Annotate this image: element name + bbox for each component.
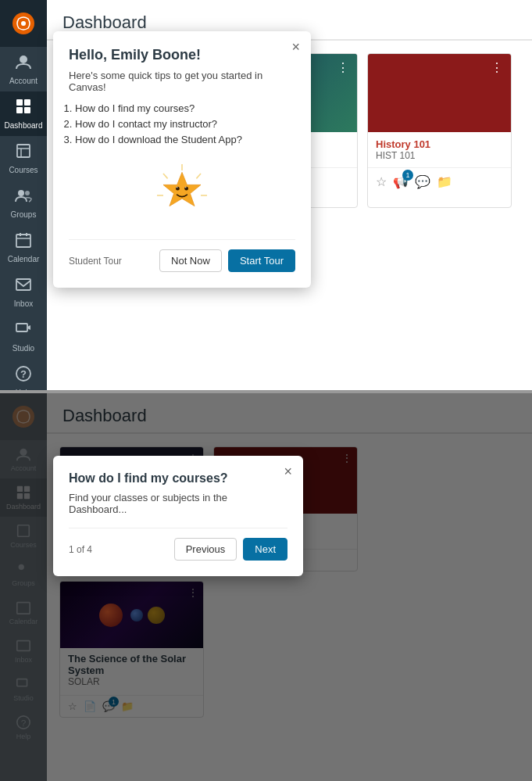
svg-point-29 (185, 187, 187, 188)
svg-rect-12 (16, 235, 30, 247)
sidebar-item-groups-label: Groups (11, 210, 37, 219)
bottom-section: Account Dashboard Courses Groups Calenda… (0, 393, 532, 781)
hist-badge: 1 (402, 170, 413, 181)
course-card-hist[interactable]: ⋮ History 101 HIST 101 ☆ 📢1 💬 📁 (367, 53, 512, 208)
svg-point-11 (25, 191, 30, 195)
course-card-bio-menu[interactable]: ⋮ (337, 60, 351, 75)
modal-welcome-subtitle: Here's some quick tips to get you starte… (69, 70, 295, 93)
sidebar-item-inbox-label: Inbox (14, 299, 33, 308)
logo (0, 0, 47, 47)
top-section: Account Dashboard Courses Groups Calenda… (0, 0, 532, 390)
sidebar-item-studio-label: Studio (12, 344, 34, 353)
previous-button[interactable]: Previous (174, 538, 237, 561)
svg-rect-16 (16, 279, 30, 290)
sidebar-item-calendar-label: Calendar (8, 255, 40, 263)
course-card-hist-subtitle: HIST 101 (376, 150, 503, 161)
inbox-icon (15, 276, 32, 297)
studio-icon (15, 321, 32, 342)
modal-question-1: How do I find my courses? (75, 102, 295, 114)
sidebar-item-account[interactable]: Account (0, 47, 47, 91)
sidebar-item-help[interactable]: ? Help (0, 359, 47, 390)
modal-close-button[interactable]: × (291, 39, 300, 56)
modal-welcome-title: Hello, Emily Boone! (69, 47, 295, 63)
svg-point-1 (21, 21, 26, 26)
not-now-button[interactable]: Not Now (159, 249, 222, 272)
dim-overlay (0, 393, 532, 781)
modal-question-3: How do I download the Student App? (75, 134, 295, 145)
course-card-hist-title[interactable]: History 101 (376, 138, 503, 150)
modal-tour-title: How do I find my courses? (69, 471, 287, 485)
modal-tour-footer: 1 of 4 Previous Next (69, 528, 287, 561)
modal-welcome-list: How do I find my courses? How do I conta… (69, 102, 295, 145)
svg-rect-4 (24, 99, 30, 106)
sidebar-item-courses-label: Courses (9, 166, 37, 174)
help-icon: ? (15, 365, 32, 386)
start-tour-button[interactable]: Start Tour (228, 249, 295, 272)
tour-actions: Previous Next (174, 538, 287, 561)
sidebar-item-courses[interactable]: Courses (0, 136, 47, 181)
svg-point-2 (20, 56, 27, 63)
course-card-hist-menu[interactable]: ⋮ (491, 60, 505, 75)
star-icon-hist[interactable]: ☆ (376, 174, 387, 189)
sidebar-item-inbox[interactable]: Inbox (0, 270, 47, 314)
sidebar-item-calendar[interactable]: Calendar (0, 225, 47, 270)
dashboard-icon (15, 98, 32, 119)
star-mascot (69, 153, 295, 231)
sidebar-item-groups[interactable]: Groups (0, 181, 47, 225)
modal-question-2: How do I contact my instructor? (75, 118, 295, 130)
groups-icon (15, 187, 32, 208)
modal-footer-label: Student Tour (69, 256, 122, 267)
modal-welcome: × Hello, Emily Boone! Here's some quick … (53, 31, 311, 288)
sidebar-item-studio[interactable]: Studio (0, 314, 47, 359)
svg-text:?: ? (20, 368, 27, 380)
modal-tour-desc: Find your classes or subjects in the Das… (69, 492, 287, 515)
modal-footer-actions: Not Now Start Tour (159, 249, 295, 272)
sidebar-item-account-label: Account (9, 77, 37, 85)
account-icon (15, 53, 32, 74)
svg-line-21 (163, 174, 168, 178)
chat-icon-hist[interactable]: 💬 (415, 174, 430, 189)
svg-rect-6 (24, 107, 30, 113)
sidebar-item-help-label: Help (16, 389, 32, 390)
sidebar-item-dashboard-label: Dashboard (5, 121, 43, 130)
svg-marker-25 (163, 172, 201, 206)
courses-icon (15, 142, 32, 163)
folder-icon-hist[interactable]: 📁 (437, 174, 452, 189)
svg-point-10 (18, 190, 24, 196)
svg-rect-3 (16, 99, 23, 106)
sidebar-item-dashboard[interactable]: Dashboard (0, 91, 47, 136)
calendar-icon (15, 231, 32, 253)
course-card-hist-image: ⋮ (368, 54, 511, 132)
svg-line-22 (196, 174, 201, 178)
svg-rect-7 (17, 145, 30, 157)
modal-tour: × How do I find my courses? Find your cl… (53, 456, 303, 576)
tour-pager: 1 of 4 (69, 544, 92, 555)
sidebar-top: Account Dashboard Courses Groups Calenda… (0, 0, 47, 390)
course-card-hist-actions: ☆ 📢1 💬 📁 (368, 167, 511, 195)
course-card-hist-body: History 101 HIST 101 (368, 132, 511, 161)
svg-rect-5 (16, 107, 23, 113)
modal-welcome-footer: Student Tour Not Now Start Tour (69, 239, 295, 272)
tour-close-button[interactable]: × (284, 464, 292, 480)
svg-point-28 (177, 187, 178, 188)
next-button[interactable]: Next (243, 538, 287, 561)
announcement-icon-hist[interactable]: 📢1 (393, 174, 409, 189)
svg-rect-17 (16, 324, 27, 331)
